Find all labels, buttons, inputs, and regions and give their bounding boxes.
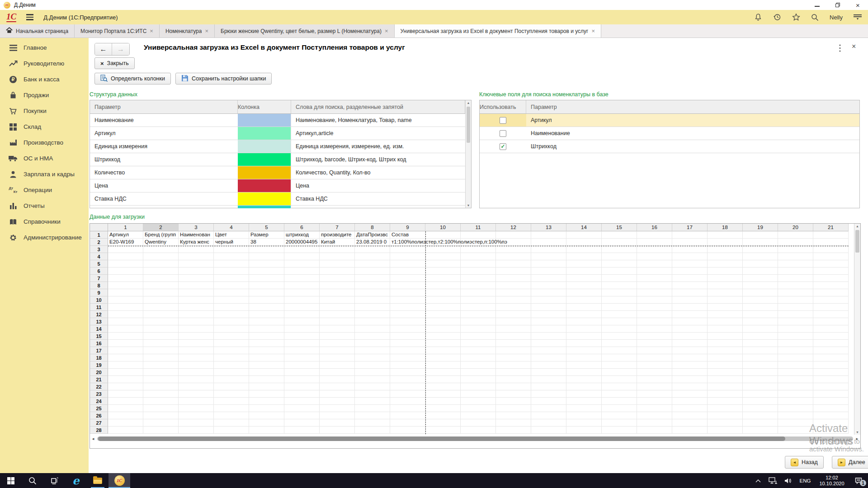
sheet-cell-r25c20[interactable]	[778, 405, 813, 412]
sheet-cell-r18c17[interactable]	[672, 354, 708, 361]
sheet-cell-r22c11[interactable]	[461, 383, 496, 390]
sheet-cell-r15c1[interactable]	[108, 333, 143, 340]
sheet-cell-r17c2[interactable]	[143, 347, 179, 354]
sheet-cell-r19c13[interactable]	[531, 361, 566, 369]
sheet-cell-r12c2[interactable]	[143, 311, 179, 318]
sheet-cell-r20c11[interactable]	[461, 369, 496, 376]
sheet-cell-r28c20[interactable]	[778, 427, 813, 434]
sheet-cell-r25c14[interactable]	[566, 405, 602, 412]
sheet-cell-r15c9[interactable]	[390, 333, 425, 340]
sheet-cell-r18c9[interactable]	[390, 354, 425, 361]
sheet-cell-r11c14[interactable]	[566, 304, 602, 311]
sheet-cell-r24c4[interactable]	[214, 398, 249, 405]
sheet-cell-r17c16[interactable]	[637, 347, 672, 354]
notifications-bell-icon[interactable]	[754, 13, 762, 21]
sheet-cell-r4c19[interactable]	[743, 253, 778, 260]
sheet-cell-r22c14[interactable]	[566, 383, 602, 390]
sheet-cell-r26c7[interactable]	[320, 412, 355, 419]
sheet-cell-r7c17[interactable]	[672, 275, 708, 282]
sheet-cell-r26c9[interactable]	[390, 412, 425, 419]
sheet-cell-r15c20[interactable]	[778, 333, 813, 340]
sheet-cell-r8c17[interactable]	[672, 282, 708, 289]
sheet-cell-r7c20[interactable]	[778, 275, 813, 282]
sheet-cell-r1c1[interactable]: Артикул	[108, 231, 143, 239]
sheet-cell-r27c15[interactable]	[602, 419, 637, 427]
sheet-cell-r22c7[interactable]	[320, 383, 355, 390]
sheet-cell-r27c2[interactable]	[143, 419, 179, 427]
sheet-cell-r3c14[interactable]	[566, 246, 602, 253]
sheet-cell-r5c5[interactable]	[249, 260, 284, 267]
sheet-cell-r9c19[interactable]	[743, 289, 778, 296]
sheet-cell-r28c3[interactable]	[179, 427, 214, 434]
sheet-cell-r27c6[interactable]	[284, 419, 320, 427]
sidebar-item-3[interactable]: ₽Банк и касса	[0, 71, 89, 87]
sheet-cell-r6c16[interactable]	[637, 267, 672, 275]
sheet-cell-r22c9[interactable]	[390, 383, 425, 390]
sheet-cell-r28c18[interactable]	[708, 427, 743, 434]
sheet-cell-r23c16[interactable]	[637, 390, 672, 398]
sheet-row-header-16[interactable]: 16	[90, 340, 108, 347]
sheet-row-header-1[interactable]: 1	[90, 231, 108, 239]
sheet-cell-r17c8[interactable]	[355, 347, 390, 354]
sheet-cell-r4c6[interactable]	[284, 253, 320, 260]
sheet-cell-r19c16[interactable]	[637, 361, 672, 369]
sheet-cell-r7c11[interactable]	[461, 275, 496, 282]
sheet-cell-r3c4[interactable]	[214, 246, 249, 253]
structure-table-row-1[interactable]: НаименованиеНаименование, Номенклатура, …	[90, 114, 465, 127]
sheet-cell-r9c11[interactable]	[461, 289, 496, 296]
sidebar-item-7[interactable]: Производство	[0, 135, 89, 150]
sheet-cell-r12c6[interactable]	[284, 311, 320, 318]
structure-table-row-6[interactable]: ЦенаЦена	[90, 179, 465, 192]
structure-table-row-5[interactable]: КоличествоКоличество, Quantity, Кол-во	[90, 166, 465, 179]
sheet-row-header-4[interactable]: 4	[90, 253, 108, 260]
sheet-cell-r4c5[interactable]	[249, 253, 284, 260]
sheet-cell-r24c10[interactable]	[425, 398, 461, 405]
sheet-col-header-5[interactable]: 5	[249, 224, 284, 231]
sheet-cell-r5c7[interactable]	[320, 260, 355, 267]
sheet-cell-r24c19[interactable]	[743, 398, 778, 405]
sheet-cell-r18c20[interactable]	[778, 354, 813, 361]
sidebar-item-12[interactable]: Справочники	[0, 214, 89, 230]
sheet-cell-r11c1[interactable]	[108, 304, 143, 311]
column-header-param2[interactable]: Параметр	[526, 100, 859, 113]
sheet-cell-r23c9[interactable]	[390, 390, 425, 398]
sheet-cell-r9c15[interactable]	[602, 289, 637, 296]
sheet-cell-r18c16[interactable]	[637, 354, 672, 361]
sheet-cell-r1c5[interactable]: Размер	[249, 231, 284, 239]
sheet-cell-r21c21[interactable]	[813, 376, 849, 383]
sheet-cell-r1c13[interactable]	[531, 231, 566, 239]
scroll-up-icon[interactable]: ▲	[466, 101, 471, 104]
sheet-row-header-14[interactable]: 14	[90, 325, 108, 333]
sheet-cell-r23c14[interactable]	[566, 390, 602, 398]
sheet-cell-r16c1[interactable]	[108, 340, 143, 347]
sheet-cell-r26c5[interactable]	[249, 412, 284, 419]
sheet-cell-r1c20[interactable]	[778, 231, 813, 239]
sheet-cell-r25c12[interactable]	[496, 405, 531, 412]
sheet-cell-r8c4[interactable]	[214, 282, 249, 289]
sheet-cell-r12c17[interactable]	[672, 311, 708, 318]
sheet-cell-r21c8[interactable]	[355, 376, 390, 383]
sheet-cell-r5c10[interactable]	[425, 260, 461, 267]
sheet-cell-r12c3[interactable]	[179, 311, 214, 318]
sheet-cell-r6c18[interactable]	[708, 267, 743, 275]
sheet-cell-r18c10[interactable]	[425, 354, 461, 361]
sheet-cell-r11c4[interactable]	[214, 304, 249, 311]
sheet-cell-r25c18[interactable]	[708, 405, 743, 412]
sheet-row-header-24[interactable]: 24	[90, 398, 108, 405]
sheet-cell-r12c20[interactable]	[778, 311, 813, 318]
save-header-settings-button[interactable]: Сохранить настройки шапки	[175, 73, 272, 84]
sheet-cell-r6c11[interactable]	[461, 267, 496, 275]
sheet-cell-r28c12[interactable]	[496, 427, 531, 434]
sheet-col-header-15[interactable]: 15	[602, 224, 637, 231]
sheet-cell-r7c1[interactable]	[108, 275, 143, 282]
sheet-cell-r4c11[interactable]	[461, 253, 496, 260]
sheet-cell-r5c8[interactable]	[355, 260, 390, 267]
sheet-cell-r2c20[interactable]	[778, 239, 813, 246]
sheet-cell-r25c6[interactable]	[284, 405, 320, 412]
sheet-cell-r19c10[interactable]	[425, 361, 461, 369]
sheet-cell-r17c17[interactable]	[672, 347, 708, 354]
sheet-cell-r5c15[interactable]	[602, 260, 637, 267]
sheet-row-header-23[interactable]: 23	[90, 390, 108, 398]
back-arrow-button[interactable]: ←	[95, 43, 112, 55]
sheet-cell-r16c13[interactable]	[531, 340, 566, 347]
